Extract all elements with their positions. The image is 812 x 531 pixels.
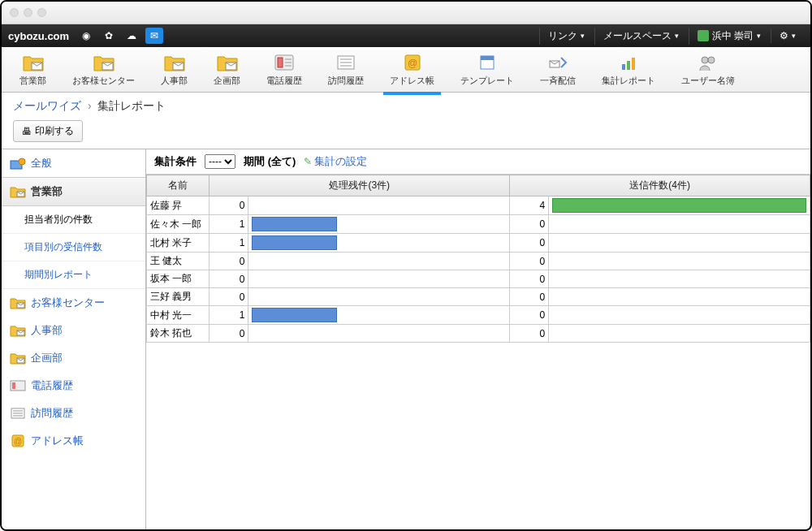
cell-sent-value: 0 [510,253,549,270]
toolbar-item-addr[interactable]: @アドレス帳 [387,50,438,88]
visit-log-icon [335,52,357,73]
svg-rect-19 [627,61,630,70]
address-book-icon: @ [10,434,26,448]
sidebar-item[interactable]: @アドレス帳 [2,427,145,455]
cell-name: 三好 義男 [147,288,209,306]
settings-menu[interactable]: ⚙▾ [771,28,804,43]
toolbar-item-tel[interactable]: 電話履歴 [263,50,305,88]
col-pending: 処理残件(3件) [209,175,510,196]
cell-sent-bar [549,253,810,270]
globe-icon[interactable]: ◉ [77,28,95,44]
printer-icon: 🖶 [22,126,32,137]
cell-pending-bar [248,306,510,325]
toolbar-item-sales[interactable]: 営業部 [16,50,50,88]
bell-icon[interactable]: ☁ [123,28,140,44]
folder-mail-icon [10,184,26,199]
cell-pending-bar [248,270,510,288]
svg-point-24 [19,158,25,165]
sidebar-item[interactable]: 電話履歴 [2,372,145,399]
folder-mail-icon [10,323,26,338]
template-icon [476,52,499,73]
condition-bar: 集計条件 ---- 期間 (全て) ✎集計の設定 [146,149,810,175]
phone-log-icon [10,378,26,393]
table-row: 北村 米子10 [147,234,810,253]
table-row: 三好 義男00 [147,288,810,306]
cell-name: 北村 米子 [147,234,209,253]
cell-name: 佐々木 一郎 [147,215,209,234]
condition-select[interactable]: ---- [205,154,235,169]
traffic-light-close[interactable] [10,8,19,17]
general-icon [10,156,26,171]
folder-mail-icon [93,52,115,73]
toolbar-item-cs[interactable]: お客様センター [69,50,138,88]
table-row: 坂本 一郎00 [147,270,810,288]
toolbar-item-bulk[interactable]: 一斉配信 [537,50,579,88]
cell-pending-value: 1 [209,215,248,234]
users-icon [697,52,719,73]
toolbar-item-users[interactable]: ユーザー名簿 [678,50,738,88]
link-dropdown[interactable]: リンク▾ [539,28,593,45]
folder-mail-icon [22,52,45,73]
address-book-icon: @ [401,52,424,73]
cell-sent-bar [549,325,810,343]
mailspace-dropdown[interactable]: メールスペース▾ [594,28,687,45]
cell-pending-bar [248,215,510,234]
toolbar-item-plan[interactable]: 企画部 [210,50,244,88]
sidebar-item[interactable]: お客様センター [2,289,145,317]
cell-sent-value: 0 [510,325,549,343]
traffic-light-min[interactable] [24,8,32,17]
mail-icon[interactable]: ✉ [145,28,163,44]
folder-mail-icon [10,351,26,365]
col-sent: 送信件数(4件) [510,175,810,196]
sidebar-sub-item[interactable]: 項目別の受信件数 [2,234,145,261]
sidebar-item-general[interactable]: 全般 [2,149,145,177]
cell-sent-value: 0 [510,215,549,234]
report-icon [617,52,640,73]
folder-mail-icon [216,52,239,73]
col-name: 名前 [147,175,209,196]
folder-mail-icon [163,52,186,73]
chevron-right-icon: › [84,99,95,112]
cell-pending-bar [248,234,510,253]
user-menu[interactable]: 浜中 崇司▾ [689,28,769,45]
table-row: 佐藤 昇04 [147,196,810,215]
sidebar: 全般 営業部 担当者別の件数項目別の受信件数期間別レポート お客様センター人事部… [2,149,146,529]
cell-name: 佐藤 昇 [147,196,209,215]
print-button[interactable]: 🖶 印刷する [13,120,83,142]
breadcrumb-current: 集計レポート [97,99,166,112]
toolbar-item-report[interactable]: 集計レポート [598,50,659,88]
brand-label: cybozu.com [8,30,72,42]
sidebar-item[interactable]: 企画部 [2,344,145,372]
cell-sent-value: 4 [510,196,549,215]
sidebar-item[interactable]: 人事部 [2,317,145,344]
cell-pending-bar [248,288,510,306]
period-label: 期間 (全て) [244,154,296,169]
gear-icon[interactable]: ✿ [100,28,118,44]
cell-pending-bar [248,325,510,343]
visit-log-icon [10,406,26,421]
toolbar-item-visit[interactable]: 訪問履歴 [325,50,367,88]
cell-pending-value: 0 [209,270,248,288]
cell-sent-value: 0 [510,234,549,253]
cell-sent-bar [549,196,810,215]
window-titlebar [2,2,810,24]
cell-pending-value: 1 [209,306,248,325]
cell-sent-bar [549,215,810,234]
sidebar-sub-item[interactable]: 期間別レポート [2,261,145,289]
content-area: 集計条件 ---- 期間 (全て) ✎集計の設定 名前 処理残件(3件) 送信件… [146,149,810,529]
aggregation-settings-link[interactable]: ✎集計の設定 [304,154,367,169]
cell-pending-bar [248,253,510,270]
svg-rect-16 [481,56,494,60]
sidebar-group-sales[interactable]: 営業部 [2,177,145,206]
toolbar-item-hr[interactable]: 人事部 [158,50,191,88]
report-table: 名前 処理残件(3件) 送信件数(4件) 佐藤 昇04佐々木 一郎10北村 米子… [146,175,810,343]
sidebar-item[interactable]: 訪問履歴 [2,399,145,427]
table-row: 中村 光一10 [147,306,810,325]
traffic-light-max[interactable] [37,8,46,17]
folder-mail-icon [10,296,26,310]
cell-sent-bar [549,306,810,325]
broadcast-icon [546,52,569,73]
breadcrumb-root[interactable]: メールワイズ [13,99,81,112]
toolbar-item-tmpl[interactable]: テンプレート [457,50,517,88]
sidebar-sub-item[interactable]: 担当者別の件数 [2,206,145,234]
